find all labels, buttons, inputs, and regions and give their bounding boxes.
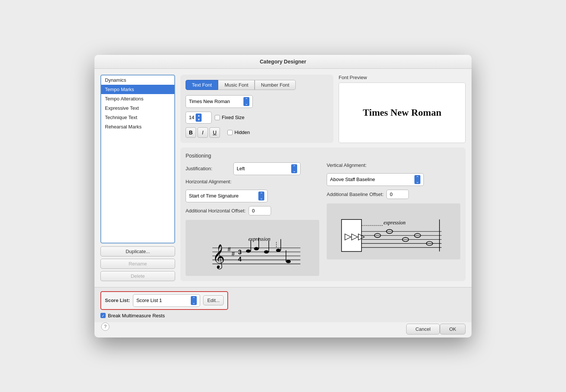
horizontal-alignment-value: Start of Time Signature: [189, 193, 239, 199]
vertical-alignment-select[interactable]: Above Staff Baseline ⌃⌄: [327, 173, 424, 186]
bottom-footer: ? Cancel OK: [94, 322, 472, 337]
list-item-tempo-alterations[interactable]: Tempo Alterations: [101, 94, 174, 103]
top-section: Text Font Music Font Number Font Times N…: [180, 75, 466, 143]
list-item-tempo-marks[interactable]: Tempo Marks: [101, 85, 174, 94]
stepper-down-icon[interactable]: ▼: [196, 118, 202, 122]
left-buttons: Duplicate... Rename Delete: [100, 246, 175, 281]
positioning-left: Justification: Left ⌃⌄ Horizontal Alignm…: [186, 162, 319, 276]
cancel-button[interactable]: Cancel: [406, 324, 440, 335]
font-name-value: Times New Roman: [189, 99, 230, 104]
bottom-bar: Score List: Score List 1 ⌃⌄ Edit... ✓ Br…: [94, 287, 472, 322]
justification-value: Left: [237, 166, 245, 171]
positioning-right: Vertical Alignment: Above Staff Baseline…: [327, 162, 460, 276]
italic-button[interactable]: I: [198, 127, 208, 138]
vertical-alignment-chevron-icon: ⌃⌄: [414, 175, 420, 184]
music-diagram-right: ▷▷▷: [327, 203, 460, 259]
svg-text:3: 3: [238, 248, 242, 256]
tab-number-font[interactable]: Number Font: [255, 80, 296, 90]
ok-button[interactable]: OK: [440, 324, 466, 335]
svg-point-18: [286, 260, 291, 263]
preview-box: Times New Roman: [339, 83, 466, 143]
hidden-label: Hidden: [234, 130, 250, 135]
title-bar: Category Designer: [94, 55, 472, 69]
notation-svg-right: ▷▷▷: [327, 203, 460, 259]
font-name-row: Times New Roman ⌃⌄: [186, 95, 328, 108]
font-size-row: 14 ▲ ▼ Fixed Size: [186, 112, 328, 124]
right-panel: Text Font Music Font Number Font Times N…: [180, 75, 466, 281]
score-list-section: Score List: Score List 1 ⌃⌄ Edit...: [100, 291, 466, 310]
svg-text:4: 4: [238, 255, 242, 263]
main-content: Dynamics Tempo Marks Tempo Alterations E…: [94, 69, 472, 287]
justification-row: Justification: Left ⌃⌄: [186, 162, 319, 175]
rename-button[interactable]: Rename: [100, 259, 175, 269]
horizontal-alignment-label: Horizontal Alignment:: [186, 179, 231, 184]
size-stepper[interactable]: ▲ ▼: [196, 113, 202, 122]
svg-point-12: [254, 247, 259, 250]
horizontal-alignment-select[interactable]: Start of Time Signature ⌃⌄: [186, 190, 268, 202]
score-list-select[interactable]: Score List 1 ⌃⌄: [133, 294, 200, 307]
svg-point-14: [264, 250, 269, 253]
justification-label: Justification:: [186, 166, 230, 171]
tab-music-font[interactable]: Music Font: [218, 80, 255, 90]
fixed-size-checkbox-row: Fixed Size: [215, 115, 245, 120]
svg-text:𝄞: 𝄞: [212, 244, 225, 269]
hidden-checkbox[interactable]: [227, 130, 233, 135]
stepper-up-icon[interactable]: ▲: [196, 113, 202, 118]
list-item-expressive-text[interactable]: Expressive Text: [101, 103, 174, 113]
font-controls: Times New Roman ⌃⌄ 14 ▲ ▼: [186, 95, 328, 138]
fixed-size-checkbox[interactable]: [215, 115, 220, 120]
svg-text:expression: expression: [248, 236, 270, 242]
music-diagram-left: 𝄞 # # 3 4: [186, 220, 319, 276]
bold-button[interactable]: B: [186, 127, 196, 138]
svg-text:#: #: [228, 245, 231, 252]
baseline-offset-input[interactable]: [386, 190, 409, 199]
svg-text:#: #: [231, 250, 235, 257]
list-item-rehearsal-marks[interactable]: Rehearsal Marks: [101, 122, 174, 131]
delete-button[interactable]: Delete: [100, 271, 175, 281]
fixed-size-label: Fixed Size: [222, 115, 245, 120]
list-item-technique-text[interactable]: Technique Text: [101, 113, 174, 122]
dialog-title: Category Designer: [260, 59, 306, 65]
tab-text-font[interactable]: Text Font: [186, 80, 218, 90]
horizontal-offset-input[interactable]: [249, 206, 271, 215]
list-item-dynamics[interactable]: Dynamics: [101, 75, 174, 85]
justification-select[interactable]: Left ⌃⌄: [233, 162, 301, 175]
font-style-row: B I U Hidden: [186, 127, 328, 138]
edit-button[interactable]: Edit...: [203, 295, 224, 305]
font-section: Text Font Music Font Number Font Times N…: [180, 75, 333, 143]
notation-svg-left: 𝄞 # # 3 4: [186, 220, 319, 276]
svg-point-16: [276, 249, 281, 252]
positioning-section: Positioning Justification: Left ⌃⌄ Ho: [180, 147, 466, 281]
font-size-input[interactable]: 14 ▲ ▼: [186, 112, 212, 124]
font-preview-section: Font Preview Times New Roman: [339, 75, 466, 143]
score-list-value: Score List 1: [136, 298, 162, 303]
vertical-alignment-value: Above Staff Baseline: [330, 177, 375, 182]
break-multimeasure-row: ✓ Break Multimeasure Rests: [100, 313, 466, 318]
preview-text: Times New Roman: [363, 107, 441, 118]
break-multimeasure-checkbox[interactable]: ✓: [100, 313, 106, 318]
category-designer-dialog: Category Designer Dynamics Tempo Marks T…: [94, 55, 472, 337]
horizontal-alignment-chevron-icon: ⌃⌄: [258, 192, 264, 200]
break-multimeasure-label: Break Multimeasure Rests: [108, 313, 165, 318]
baseline-offset-row: Additional Baseline Offset:: [327, 190, 460, 199]
horizontal-offset-label: Additional Horizontal Offset:: [186, 208, 246, 214]
positioning-grid: Justification: Left ⌃⌄ Horizontal Alignm…: [186, 162, 460, 276]
underline-button[interactable]: U: [209, 127, 220, 138]
font-name-select[interactable]: Times New Roman ⌃⌄: [186, 95, 253, 108]
vertical-alignment-label: Vertical Alignment:: [327, 162, 371, 168]
vertical-alignment-row: Vertical Alignment: Above Staff Baseline…: [327, 162, 460, 186]
preview-label: Font Preview: [339, 75, 466, 80]
category-list[interactable]: Dynamics Tempo Marks Tempo Alterations E…: [100, 75, 175, 243]
svg-text:expression: expression: [383, 220, 405, 225]
justification-chevron-icon: ⌃⌄: [291, 164, 297, 173]
score-list-chevron-icon: ⌃⌄: [191, 296, 197, 305]
score-list-row: Score List: Score List 1 ⌃⌄ Edit...: [100, 291, 228, 310]
svg-text:▷▷▷: ▷▷▷: [345, 231, 365, 241]
horizontal-alignment-row: Horizontal Alignment: Start of Time Sign…: [186, 179, 319, 202]
score-list-label: Score List:: [105, 298, 130, 303]
duplicate-button[interactable]: Duplicate...: [100, 246, 175, 256]
help-button[interactable]: ?: [101, 323, 109, 331]
baseline-offset-label: Additional Baseline Offset:: [327, 192, 383, 197]
svg-point-10: [246, 249, 251, 253]
style-buttons: B I U: [186, 127, 220, 138]
